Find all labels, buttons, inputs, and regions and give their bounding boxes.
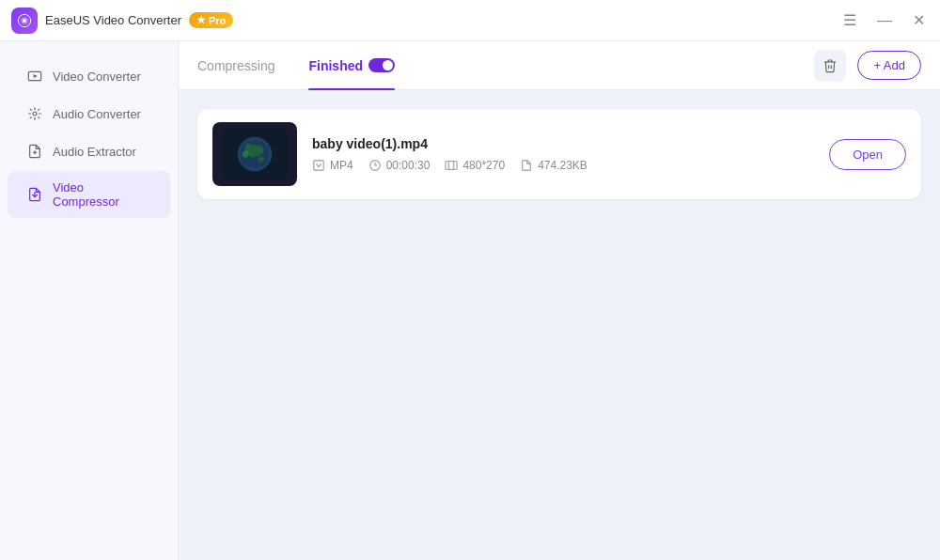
sidebar-item-video-converter-label: Video Converter	[53, 70, 141, 84]
sidebar: Video Converter Audio Converter Audio	[0, 41, 179, 560]
clock-icon	[368, 159, 382, 172]
delete-button[interactable]	[814, 50, 846, 82]
video-info: baby video(1).mp4 MP4	[312, 136, 814, 172]
open-button[interactable]: Open	[829, 139, 906, 170]
finished-toggle[interactable]	[368, 58, 395, 72]
audio-extractor-icon	[26, 143, 43, 160]
video-card: baby video(1).mp4 MP4	[197, 109, 921, 199]
titlebar-left: EaseUS Video Converter ★ Pro	[11, 8, 233, 34]
titlebar: EaseUS Video Converter ★ Pro ☰ — ✕	[0, 0, 940, 41]
add-button[interactable]: + Add	[857, 51, 921, 80]
video-converter-icon	[26, 68, 43, 85]
main-layout: Video Converter Audio Converter Audio	[0, 41, 940, 560]
tabs: Compressing Finished	[197, 54, 395, 77]
minimize-button[interactable]: —	[873, 11, 896, 30]
sidebar-item-audio-converter[interactable]: Audio Converter	[8, 96, 170, 132]
toggle-dot	[383, 60, 393, 70]
filesize-meta: 474.23KB	[520, 159, 588, 172]
svg-marker-4	[34, 74, 38, 78]
tabbar: Compressing Finished	[179, 41, 940, 90]
trash-icon	[822, 58, 838, 73]
menu-button[interactable]: ☰	[839, 11, 860, 30]
titlebar-controls: ☰ — ✕	[839, 11, 929, 30]
close-button[interactable]: ✕	[909, 11, 929, 30]
content-area: Compressing Finished	[179, 41, 940, 560]
video-thumbnail	[212, 122, 297, 186]
app-logo	[11, 8, 38, 34]
sidebar-item-video-compressor-label: Video Compressor	[53, 180, 151, 209]
svg-rect-14	[314, 161, 324, 171]
video-filename: baby video(1).mp4	[312, 136, 814, 151]
sidebar-item-video-compressor[interactable]: Video Compressor	[8, 171, 170, 218]
tab-compressing[interactable]: Compressing	[197, 54, 274, 77]
sidebar-item-audio-extractor-label: Audio Extractor	[53, 145, 136, 159]
app-title: EaseUS Video Converter	[45, 13, 181, 27]
video-compressor-icon	[26, 186, 43, 203]
pro-star-icon: ★	[196, 14, 206, 26]
duration-meta: 00:00:30	[368, 159, 431, 172]
audio-converter-icon	[26, 105, 43, 122]
resolution-meta: 480*270	[445, 159, 505, 172]
format-meta: MP4	[312, 159, 353, 172]
filesize-icon	[520, 159, 533, 172]
pro-badge: ★ Pro	[189, 12, 233, 28]
video-meta: MP4 00:00:30	[312, 159, 814, 172]
svg-rect-16	[446, 162, 457, 170]
svg-point-5	[33, 112, 37, 116]
format-icon	[312, 159, 325, 172]
sidebar-item-audio-converter-label: Audio Converter	[53, 107, 141, 121]
sidebar-item-audio-extractor[interactable]: Audio Extractor	[8, 133, 170, 169]
tab-finished[interactable]: Finished	[308, 54, 395, 77]
sidebar-item-video-converter[interactable]: Video Converter	[8, 58, 170, 94]
content-body: baby video(1).mp4 MP4	[179, 90, 940, 560]
tabbar-actions: + Add	[814, 50, 921, 82]
svg-point-2	[23, 19, 26, 23]
resolution-icon	[445, 159, 458, 172]
